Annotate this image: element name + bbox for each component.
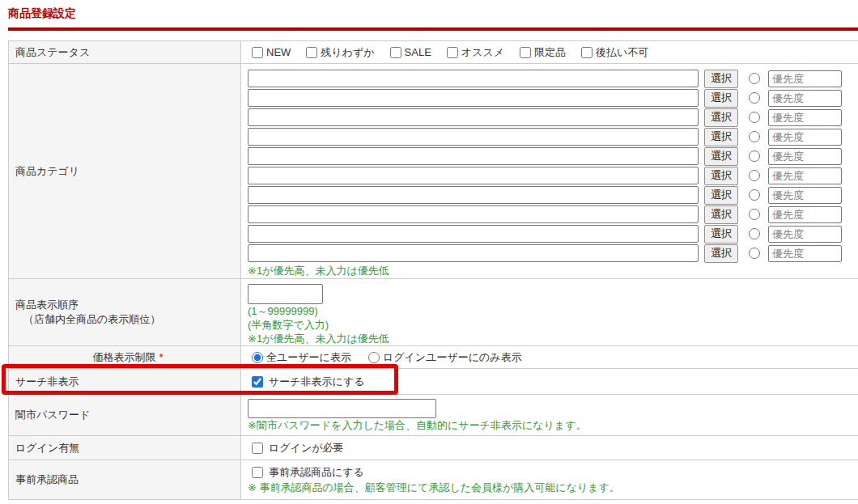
row-display-order: 商品表示順序 （店舗内全商品の表示順位） (1～99999999) (半角数字で… [9,279,858,346]
category-priority-radio[interactable] [749,248,760,259]
status-checkbox[interactable] [447,47,458,58]
status-checkbox[interactable] [581,47,593,58]
search-hidden-checkbox[interactable] [252,376,263,388]
category-priority-input[interactable] [768,109,842,126]
category-row: 選択 [248,108,858,126]
pre-approval-label: 事前承認商品 [15,472,240,487]
product-status-label: 商品ステータス [15,45,240,60]
required-asterisk: * [159,351,163,363]
search-hidden-content: サーチ非表示にする [241,369,858,394]
category-priority-input[interactable] [768,148,842,165]
status-checkbox[interactable] [306,47,317,58]
status-option-label: 限定品 [534,45,566,60]
category-input[interactable] [248,244,699,262]
category-select-button[interactable]: 選択 [704,147,738,166]
page: 商品登録設定 商品ステータス NEW 残りわずか SALE [0,0,858,504]
price-radio[interactable] [368,352,380,363]
category-priority-radio[interactable] [749,92,760,104]
category-rows: 選択 選択 選択 [248,70,858,262]
price-option[interactable]: ログインユーザーにのみ表示 [368,350,522,365]
category-priority-input[interactable] [768,70,842,87]
page-title: 商品登録設定 [8,6,76,21]
category-input[interactable] [248,205,699,223]
category-content: 選択 選択 選択 [241,64,858,278]
category-select-button[interactable]: 選択 [704,167,738,185]
status-option[interactable]: NEW [252,46,291,58]
category-input[interactable] [248,70,699,87]
status-option[interactable]: SALE [390,46,431,58]
display-order-label: 商品表示順序 [15,298,240,312]
display-order-input[interactable] [248,284,323,304]
category-select-button[interactable]: 選択 [704,205,738,224]
category-priority-input[interactable] [768,245,842,262]
row-search-hidden: サーチ非表示 サーチ非表示にする [9,369,858,395]
category-input[interactable] [248,225,699,243]
login-required-label: ログイン有無 [15,441,240,455]
status-checkbox[interactable] [520,47,531,58]
category-select-button[interactable]: 選択 [704,244,738,263]
category-priority-input[interactable] [768,167,842,184]
category-row: 選択 [248,205,858,223]
secret-password-note: ※闇市パスワードを入力した場合、自動的にサーチ非表示になります。 [248,418,858,432]
category-select-button[interactable]: 選択 [704,89,738,108]
search-hidden-label: サーチ非表示 [15,375,240,389]
category-priority-input[interactable] [768,206,842,223]
category-input[interactable] [248,186,699,204]
row-label-price-display-limit: 価格表示制限 * [9,346,241,368]
status-option[interactable]: 後払い不可 [581,45,648,60]
category-priority-radio[interactable] [749,209,760,220]
category-input[interactable] [248,128,699,146]
title-divider [8,28,858,31]
category-priority-radio[interactable] [749,150,760,162]
status-option[interactable]: オススメ [447,45,504,60]
category-input[interactable] [248,108,699,126]
category-priority-radio[interactable] [749,112,760,123]
settings-table: 商品ステータス NEW 残りわずか SALE オススメ [8,40,858,500]
row-product-category: 商品カテゴリ 選択 選択 [9,64,858,279]
category-row: 選択 [248,147,858,165]
price-display-limit-label: 価格表示制限 [92,350,155,365]
pre-approval-option[interactable]: 事前承認商品にする [252,465,364,480]
category-priority-radio[interactable] [749,228,760,239]
category-select-button[interactable]: 選択 [704,70,738,88]
status-option[interactable]: 残りわずか [306,45,374,60]
status-checkbox[interactable] [252,47,263,58]
login-required-checkbox[interactable] [252,443,263,454]
category-priority-input[interactable] [768,187,842,204]
category-priority-input[interactable] [768,129,842,146]
pre-approval-checkbox[interactable] [252,467,263,478]
row-secret-password: 闇市パスワード ※闇市パスワードを入力した場合、自動的にサーチ非表示になります。 [9,395,858,436]
login-required-option[interactable]: ログインが必要 [252,441,344,455]
category-priority-radio[interactable] [749,170,760,181]
row-label-search-hidden: サーチ非表示 [9,369,241,394]
category-priority-input[interactable] [768,226,842,243]
status-option-label: NEW [266,46,291,58]
search-hidden-option[interactable]: サーチ非表示にする [252,375,365,389]
pre-approval-content: 事前承認商品にする ※ 事前承認商品の場合、顧客管理にて承認した会員様が購入可能… [241,460,858,499]
category-select-button[interactable]: 選択 [704,108,738,127]
category-input[interactable] [248,147,699,165]
price-radio[interactable] [252,352,263,363]
display-order-sublabel: （店舗内全商品の表示順位） [15,312,240,327]
row-pre-approval: 事前承認商品 事前承認商品にする ※ 事前承認商品の場合、顧客管理にて承認した会… [9,460,858,499]
row-label-pre-approval: 事前承認商品 [9,460,241,499]
price-options: 全ユーザーに表示 ログインユーザーにのみ表示 [241,346,858,368]
category-priority-input[interactable] [768,90,842,107]
status-option[interactable]: 限定品 [520,45,566,60]
category-select-button[interactable]: 選択 [704,186,738,205]
category-select-button[interactable]: 選択 [704,225,738,244]
status-checkbox[interactable] [390,47,401,58]
category-priority-radio[interactable] [749,189,760,201]
row-label-secret-password: 闇市パスワード [9,395,241,435]
display-order-note-priority: ※1が優先高、未入力は優先低 [248,332,858,345]
price-option[interactable]: 全ユーザーに表示 [252,350,351,365]
category-input[interactable] [248,167,699,184]
category-priority-radio[interactable] [749,131,760,142]
search-hidden-checkbox-label: サーチ非表示にする [269,375,365,389]
category-row: 選択 [248,89,858,107]
price-option-label: 全ユーザーに表示 [266,350,351,365]
category-select-button[interactable]: 選択 [704,128,738,146]
secret-password-input[interactable] [248,399,436,418]
category-priority-radio[interactable] [749,73,760,84]
category-input[interactable] [248,89,699,107]
